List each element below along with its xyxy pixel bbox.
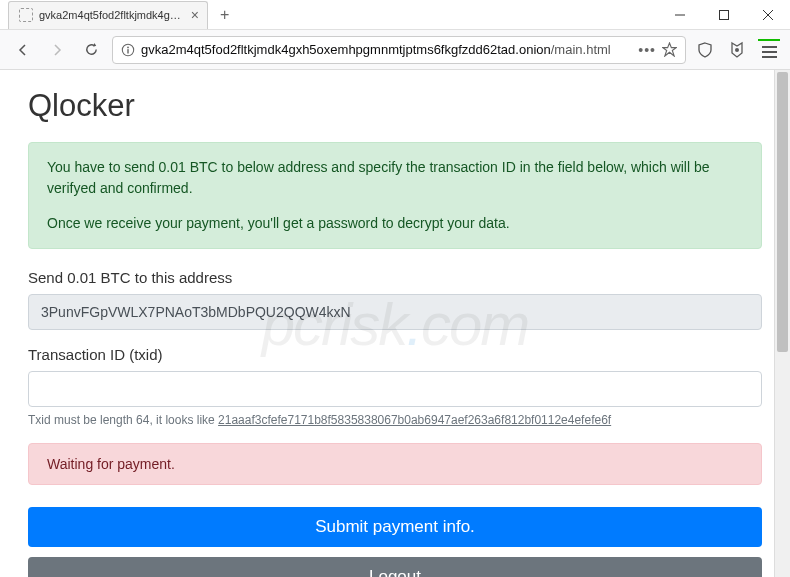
txid-input[interactable] <box>28 371 762 407</box>
new-tab-button[interactable]: + <box>214 4 235 26</box>
tab-favicon <box>19 8 33 22</box>
txid-help-text: Txid must be length 64, it looks like 21… <box>28 413 762 427</box>
close-icon[interactable]: × <box>191 7 199 23</box>
svg-rect-1 <box>720 10 729 19</box>
page-title: Qlocker <box>28 88 762 124</box>
browser-toolbar: gvka2m4qt5fod2fltkjmdk4gxh5oxemhpgmnmtjp… <box>0 30 790 70</box>
vertical-scrollbar[interactable] <box>774 70 790 577</box>
svg-rect-6 <box>127 49 128 53</box>
btc-address-label: Send 0.01 BTC to this address <box>28 269 762 286</box>
tab-title: gvka2m4qt5fod2fltkjmdk4gxh5oxe <box>39 9 185 21</box>
status-message: Waiting for payment. <box>28 443 762 485</box>
window-close-button[interactable] <box>746 0 790 30</box>
window-titlebar: gvka2m4qt5fod2fltkjmdk4gxh5oxe × + <box>0 0 790 30</box>
submit-payment-button[interactable]: Submit payment info. <box>28 507 762 547</box>
forward-button[interactable] <box>44 37 70 63</box>
reload-button[interactable] <box>78 37 104 63</box>
payment-instructions-notice: You have to send 0.01 BTC to below addre… <box>28 142 762 249</box>
back-button[interactable] <box>10 37 36 63</box>
page-action-ellipsis[interactable]: ••• <box>638 42 656 58</box>
scrollbar-thumb[interactable] <box>777 72 788 352</box>
svg-point-7 <box>735 48 739 52</box>
window-controls <box>658 0 790 30</box>
maximize-button[interactable] <box>702 0 746 30</box>
content-viewport: pcrisk.com Qlocker You have to send 0.01… <box>0 70 790 577</box>
site-info-icon[interactable] <box>121 43 135 57</box>
notice-line-1: You have to send 0.01 BTC to below addre… <box>47 157 743 199</box>
url-bar[interactable]: gvka2m4qt5fod2fltkjmdk4gxh5oxemhpgmnmtjp… <box>112 36 686 64</box>
browser-tab[interactable]: gvka2m4qt5fod2fltkjmdk4gxh5oxe × <box>8 1 208 29</box>
bookmark-star-icon[interactable] <box>662 42 677 57</box>
btc-address-input[interactable] <box>28 294 762 330</box>
url-text: gvka2m4qt5fod2fltkjmdk4gxh5oxemhpgmnmtjp… <box>141 42 632 57</box>
shield-icon[interactable] <box>694 39 716 61</box>
noscript-icon[interactable] <box>726 39 748 61</box>
minimize-button[interactable] <box>658 0 702 30</box>
txid-label: Transaction ID (txid) <box>28 346 762 363</box>
logout-button[interactable]: Logout <box>28 557 762 577</box>
notice-line-2: Once we receive your payment, you'll get… <box>47 213 743 234</box>
app-menu-button[interactable] <box>758 39 780 61</box>
svg-point-5 <box>127 46 129 48</box>
